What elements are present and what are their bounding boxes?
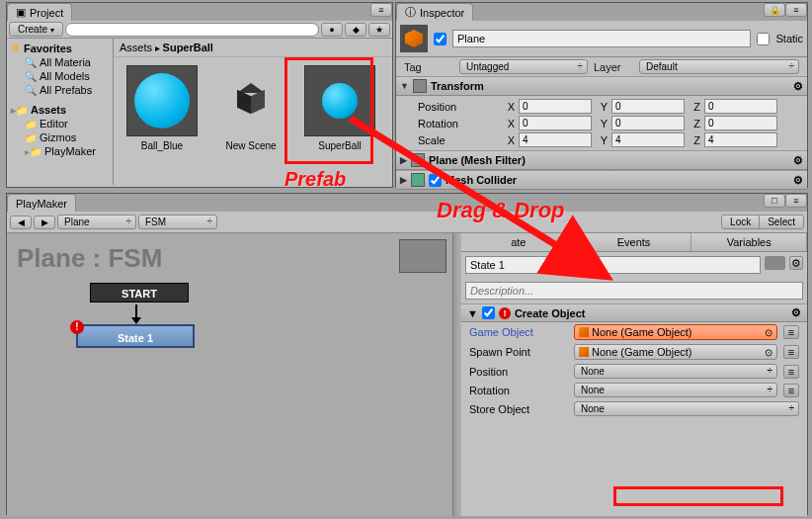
pos-z-input[interactable]	[704, 99, 777, 114]
scale-z-input[interactable]	[704, 132, 777, 147]
filter-type-icon[interactable]: ◆	[345, 23, 366, 37]
create-button[interactable]: Create	[9, 22, 63, 37]
store-object-dropdown[interactable]: None	[574, 401, 799, 416]
fsm-canvas[interactable]: Plane : FSM START ! State 1	[7, 233, 453, 516]
splitter[interactable]	[453, 233, 461, 516]
pos-y-input[interactable]	[611, 99, 685, 114]
select-button[interactable]: Select	[759, 215, 804, 229]
transition-arrow	[135, 304, 137, 322]
breadcrumb-root[interactable]: Assets	[120, 42, 152, 53]
axis-z-label: Z	[689, 101, 700, 113]
filter-icon[interactable]: ●	[321, 23, 343, 37]
spawn-point-field[interactable]: None (Game Object) ⊙	[574, 344, 777, 360]
panel-menu-icon[interactable]: ≡	[785, 3, 807, 17]
tag-label: Tag	[404, 61, 453, 73]
favorites-header[interactable]: ★Favorites	[9, 41, 111, 55]
fav-item[interactable]: 🔍All Models	[9, 69, 111, 83]
folder-item[interactable]: 📁Gizmos	[9, 130, 111, 144]
color-swatch[interactable]	[765, 256, 785, 270]
start-node[interactable]: START	[90, 283, 189, 303]
folder-item[interactable]: ▸📁PlayMaker	[9, 144, 111, 158]
enabled-checkbox[interactable]	[434, 33, 447, 45]
asset-label: SuperBall	[301, 140, 378, 151]
folder-item[interactable]: 📁Editor	[9, 117, 111, 130]
breadcrumb[interactable]: Assets ▸ SuperBall	[114, 39, 392, 57]
playmaker-tab[interactable]: PlayMaker	[7, 194, 76, 212]
component-enabled-checkbox[interactable]	[429, 174, 442, 187]
panel-menu-icon[interactable]: ≡	[785, 194, 807, 208]
asset-item[interactable]: New Scene	[212, 65, 289, 151]
inspector-tab[interactable]: ⓘ Inspector	[396, 3, 473, 21]
state-name-input[interactable]	[465, 256, 761, 274]
fsm-dropdown[interactable]: FSM	[138, 215, 217, 229]
object-dropdown[interactable]: Plane	[57, 215, 136, 229]
description-input[interactable]	[465, 282, 803, 300]
assets-header[interactable]: ▸📁Assets	[9, 103, 111, 117]
layer-dropdown[interactable]: Default	[639, 59, 799, 74]
rot-z-input[interactable]	[704, 116, 777, 130]
action-enabled-checkbox[interactable]	[482, 306, 495, 319]
gear-icon[interactable]: ⚙	[793, 154, 803, 167]
options-icon[interactable]: ≡	[783, 365, 799, 379]
breadcrumb-current[interactable]: SuperBall	[163, 42, 213, 53]
tab-variables[interactable]: Variables	[691, 233, 807, 251]
tag-dropdown[interactable]: Untagged	[459, 59, 588, 74]
foldout-icon[interactable]: ▶	[400, 175, 407, 185]
static-label: Static	[775, 33, 803, 44]
options-icon[interactable]: ≡	[783, 384, 799, 397]
gear-icon[interactable]: ⚙	[793, 80, 803, 93]
transform-header[interactable]: ▼ Transform ⚙	[396, 76, 807, 96]
asset-item[interactable]: Ball_Blue	[123, 65, 201, 151]
action-header[interactable]: ▼ ! Create Object ⚙	[461, 303, 807, 322]
state-node[interactable]: ! State 1	[76, 324, 195, 348]
tab-events[interactable]: Events	[577, 233, 692, 251]
rot-x-input[interactable]	[519, 116, 592, 130]
meshfilter-header[interactable]: ▶ Plane (Mesh Filter) ⚙	[396, 150, 807, 170]
prop-label: Store Object	[469, 403, 568, 415]
project-tab[interactable]: ▣ Project	[7, 3, 72, 21]
scale-y-input[interactable]	[611, 132, 685, 147]
gameobject-name-input[interactable]	[452, 30, 751, 47]
project-search-input[interactable]	[65, 23, 319, 37]
prop-position: Position None ≡	[461, 362, 807, 381]
object-picker-icon[interactable]: ⊙	[765, 327, 772, 338]
back-button[interactable]: ◀	[10, 216, 32, 229]
save-search-icon[interactable]: ★	[368, 23, 390, 37]
rotation-dropdown[interactable]: None	[574, 383, 777, 397]
foldout-icon[interactable]: ▼	[400, 81, 409, 91]
game-object-field[interactable]: None (Game Object) ⊙	[574, 324, 777, 340]
prop-store-object: Store Object None	[461, 399, 807, 418]
meshcollider-header[interactable]: ▶ Mesh Collider ⚙	[396, 170, 807, 190]
pos-x-input[interactable]	[519, 99, 592, 114]
foldout-icon[interactable]: ▶	[400, 155, 407, 165]
options-icon[interactable]: ≡	[783, 325, 799, 339]
search-icon: 🔍	[25, 71, 37, 82]
axis-y-label: Y	[596, 118, 608, 130]
options-icon[interactable]: ≡	[783, 345, 799, 359]
tab-state[interactable]: ate	[461, 233, 577, 251]
fav-item[interactable]: 🔍All Materia	[9, 55, 111, 69]
lock-button[interactable]: Lock	[721, 215, 760, 229]
gear-icon[interactable]: ⚙	[791, 306, 801, 319]
gear-icon[interactable]: ⚙	[789, 256, 803, 270]
rotation-row: Rotation X Y Z	[396, 115, 807, 131]
forward-button[interactable]: ▶	[34, 216, 55, 229]
foldout-icon[interactable]: ▼	[467, 307, 478, 319]
gameobject-icon[interactable]	[400, 25, 428, 52]
rot-y-input[interactable]	[611, 116, 685, 130]
lock-icon[interactable]: 🔒	[764, 3, 785, 17]
static-checkbox[interactable]	[757, 33, 770, 45]
panel-menu-icon[interactable]: ≡	[370, 3, 392, 17]
prop-label: Spawn Point	[469, 346, 568, 358]
asset-item-prefab[interactable]: SuperBall	[301, 65, 378, 151]
object-picker-icon[interactable]: ⊙	[765, 347, 772, 358]
panel-close-icon[interactable]: □	[764, 194, 785, 208]
position-dropdown[interactable]: None	[574, 364, 777, 379]
folder-icon: ▸📁	[11, 105, 28, 116]
gear-icon[interactable]: ⚙	[793, 174, 803, 187]
inspector-tab-label: Inspector	[420, 7, 464, 19]
prop-label[interactable]: Game Object	[469, 326, 568, 338]
fav-item[interactable]: 🔍All Prefabs	[9, 83, 111, 97]
scale-x-input[interactable]	[519, 132, 592, 147]
minimap[interactable]	[399, 239, 447, 273]
